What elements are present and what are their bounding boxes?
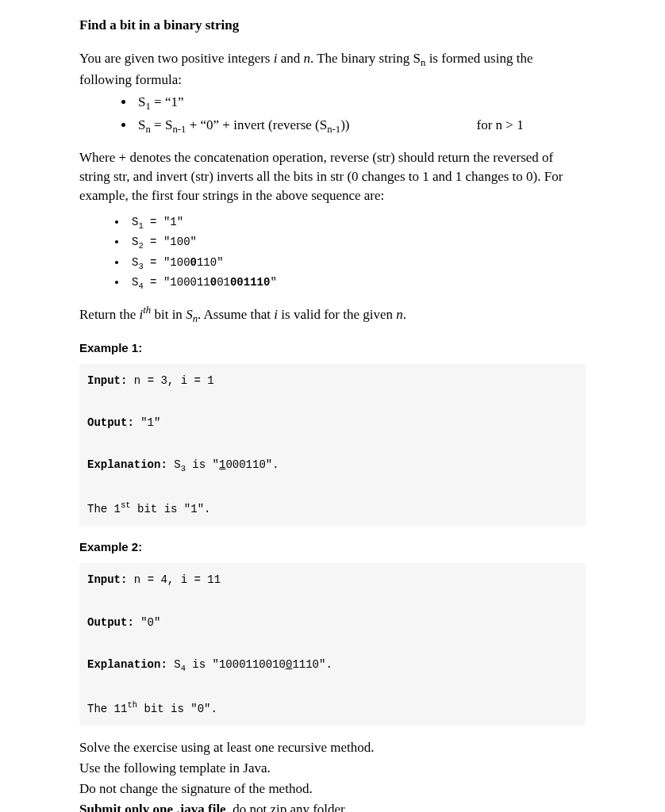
text: 1110". xyxy=(292,658,332,671)
text: , do not zip any folder. xyxy=(226,802,348,812)
text: = “1” xyxy=(151,94,184,109)
seq-s2: S2 = "100" xyxy=(127,235,586,251)
text: = "100" xyxy=(144,236,197,248)
explanation-paragraph: Where + denotes the concatenation operat… xyxy=(79,148,586,205)
text: bit is "0". xyxy=(137,703,217,715)
text: . The binary string S xyxy=(310,51,421,66)
example-1-heading: Example 1: xyxy=(79,339,586,356)
text: is valid for the given xyxy=(278,306,396,321)
text: = "1" xyxy=(144,216,183,228)
text: . xyxy=(403,306,406,321)
subscript: n-1 xyxy=(327,124,340,135)
output-value: "0" xyxy=(134,616,161,629)
text: )) xyxy=(340,117,349,132)
text: . Assume that xyxy=(198,306,274,321)
bold-bit: 0 xyxy=(190,256,197,269)
explanation-label: Explanation: xyxy=(87,658,167,671)
formula-condition: for n > 1 xyxy=(477,116,524,135)
text: " xyxy=(270,276,276,289)
seq-s4: S4 = "100011001001110" xyxy=(127,275,586,292)
example-2-heading: Example 2: xyxy=(79,538,586,555)
seq-s1: S1 = "1" xyxy=(127,215,586,232)
bold-text: Submit only one .java file xyxy=(79,802,226,812)
text: is " xyxy=(186,458,219,471)
text: The 1 xyxy=(87,503,121,515)
output-label: Output: xyxy=(87,616,134,629)
instruction-template: Use the following template in Java. xyxy=(79,759,586,778)
text: and xyxy=(277,51,303,66)
instruction-recursive: Solve the exercise using at least one re… xyxy=(79,738,586,757)
input-label: Input: xyxy=(87,573,127,586)
text: 110" xyxy=(197,256,224,269)
text: The 11 xyxy=(87,703,127,715)
output-label: Output: xyxy=(87,416,134,429)
text: is "1000110010 xyxy=(186,658,286,671)
sequence-list: S1 = "1" S2 = "100" S3 = "1000110" S4 = … xyxy=(127,215,586,293)
formula-base-case: S1 = “1” xyxy=(135,93,586,114)
text: + “0” + invert (reverse (S xyxy=(186,117,327,132)
seq-s3: S3 = "1000110" xyxy=(127,255,586,272)
subscript: n-1 xyxy=(172,124,186,135)
input-value: n = 3, i = 1 xyxy=(127,374,213,387)
text: S xyxy=(167,658,181,671)
bold-bit: 0 xyxy=(210,276,217,289)
explanation-label: Explanation: xyxy=(87,458,167,471)
example-2-block: Input: n = 4, i = 11 Output: "0" Explana… xyxy=(79,563,586,726)
input-value: n = 4, i = 11 xyxy=(127,573,221,586)
instruction-submit: Submit only one .java file, do not zip a… xyxy=(79,800,586,812)
instructions-block: Solve the exercise using at least one re… xyxy=(79,738,586,812)
text: = "100011 xyxy=(144,276,210,289)
formula-recursive-case: Sn = Sn-1 + “0” + invert (reverse (Sn-1)… xyxy=(135,116,586,137)
text: 000110". xyxy=(225,458,279,471)
example-1-block: Input: n = 3, i = 1 Output: "1" Explanat… xyxy=(79,364,586,527)
text: bit is "1". xyxy=(131,503,211,515)
bold-bit: 001110 xyxy=(230,276,270,289)
instruction-signature: Do not change the signature of the metho… xyxy=(79,779,586,799)
superscript-th: th xyxy=(143,304,151,316)
text: S xyxy=(167,458,181,471)
text: You are given two positive integers xyxy=(79,51,274,66)
var-n: n xyxy=(304,51,311,66)
intro-paragraph: You are given two positive integers i an… xyxy=(79,49,586,90)
formula-list: S1 = “1” Sn = Sn-1 + “0” + invert (rever… xyxy=(135,93,586,137)
input-label: Input: xyxy=(87,374,127,387)
text: 01 xyxy=(217,276,230,289)
return-statement: Return the ith bit in Sn. Assume that i … xyxy=(79,304,586,327)
superscript: th xyxy=(127,700,137,710)
problem-title: Find a bit in a binary string xyxy=(79,16,586,35)
var-s: S xyxy=(186,306,193,321)
text: = "100 xyxy=(144,256,190,269)
text: Return the xyxy=(79,306,140,321)
superscript: st xyxy=(121,500,131,510)
output-value: "1" xyxy=(134,416,161,429)
var-n: n xyxy=(396,306,403,321)
text: = S xyxy=(151,117,173,132)
text: bit in xyxy=(151,306,186,321)
